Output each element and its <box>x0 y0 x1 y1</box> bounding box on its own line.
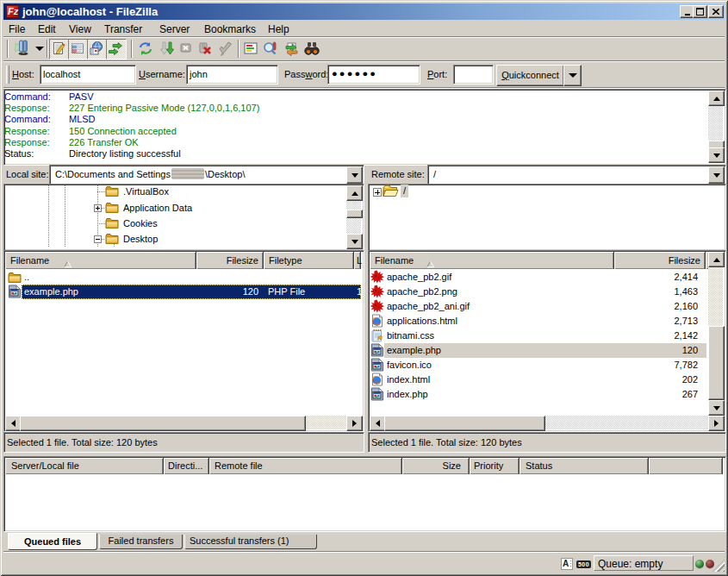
svg-text:Fz: Fz <box>8 6 19 16</box>
